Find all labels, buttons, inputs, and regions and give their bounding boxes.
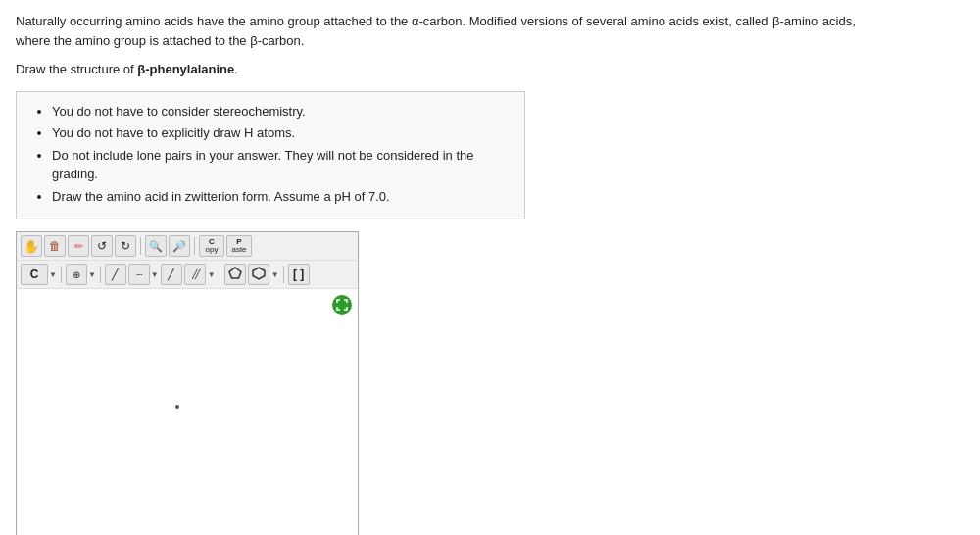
intro-text: Naturally occurring amino acids have the… [16,14,856,48]
chemdoodle-widget: ✋ 🗑 ✏ ↺ ↻ 🔍 🔎 C opy [16,231,359,535]
zoom-in-icon: 🔍 [149,240,163,253]
lasso-icon: ✋ [24,239,39,254]
chain-tool-dropdown[interactable]: ···· ▼ [128,264,159,285]
element-dropdown[interactable]: C ▼ [21,264,57,285]
toolbar-separator [140,237,141,255]
toolbar-separator-2 [194,237,195,255]
toolbar-separator-5 [220,266,220,283]
page-content: Naturally occurring amino acids have the… [0,0,882,535]
zoom-out-icon: 🔎 [172,240,186,253]
paste-label-bottom: aste [231,246,246,254]
clear-button[interactable]: 🗑 [44,235,66,257]
copy-label-bottom: opy [206,246,219,254]
single-bond-icon: ╱ [112,268,119,281]
chain-dropdown-arrow[interactable]: ▼ [151,270,159,279]
canvas-dot [175,405,179,409]
undo-button[interactable]: ↺ [91,235,113,257]
cyclohexane-icon [252,267,266,282]
svg-marker-1 [253,268,265,279]
hint-item: You do not have to explicitly draw H ato… [52,123,509,143]
hints-box: You do not have to consider stereochemis… [16,91,525,220]
hint-item: Do not include lone pairs in your answer… [52,146,509,184]
element-dropdown-arrow[interactable]: ▼ [49,270,57,279]
intro-paragraph: Naturally occurring amino acids have the… [16,12,866,50]
svg-marker-0 [229,268,241,278]
ring-cyclohexane-button[interactable] [248,264,270,285]
drawing-canvas[interactable] [17,289,358,535]
toolbar-separator-6 [283,266,284,283]
zoom-in-button[interactable]: 🔍 [145,235,167,257]
chain-tool-button[interactable]: ···· [128,264,150,285]
question-text: Draw the structure of β-phenylalanine. [16,60,866,79]
redo-button[interactable]: ↻ [115,235,136,257]
eraser-icon: ✏ [74,240,83,253]
question-compound: β-phenylalanine [137,62,234,76]
toolbar-row-2: C ▼ ⊕ ▼ ╱ ···· ▼ ╱ ╱╱ ▼ [17,261,358,289]
redo-icon: ↻ [121,239,130,253]
ring-dropdown[interactable]: ▼ [271,270,279,279]
copy-button[interactable]: C opy [199,235,224,257]
hint-item: You do not have to consider stereochemis… [52,102,509,122]
charge-tool-dropdown[interactable]: ⊕ ▼ [66,264,96,285]
toolbar-separator-4 [100,266,101,283]
dash-bond-icon: ╱╱ [192,269,198,279]
lasso-tool-button[interactable]: ✋ [21,235,42,257]
expand-canvas-button[interactable] [332,295,352,315]
toolbar-separator-3 [61,266,62,283]
bond-type-dropdown-arrow[interactable]: ▼ [208,270,216,279]
zoom-out-button[interactable]: 🔎 [169,235,190,257]
bracket-icon: [ ] [293,268,304,281]
bracket-button[interactable]: [ ] [288,264,310,285]
element-button[interactable]: C [21,264,48,285]
bond-single-button[interactable]: ╱ [105,264,126,285]
question-suffix: . [234,62,238,76]
charge-tool-button[interactable]: ⊕ [66,264,87,285]
hint-item: Draw the amino acid in zwitterion form. … [52,187,509,207]
cyclopentane-icon [228,267,242,282]
toolbar-row-1: ✋ 🗑 ✏ ↺ ↻ 🔍 🔎 C opy [17,232,358,261]
wedge-bond-icon: ╱ [168,268,174,281]
paste-button[interactable]: P aste [226,235,252,257]
bond-dash-button[interactable]: ╱╱ [184,264,206,285]
charge-dropdown-arrow[interactable]: ▼ [88,270,96,279]
hints-list: You do not have to consider stereochemis… [32,102,509,207]
erase-button[interactable]: ✏ [68,235,89,257]
bond-type-dropdown[interactable]: ▼ [208,270,216,279]
bond-wedge-button[interactable]: ╱ [161,264,182,285]
ring-cyclopentane-button[interactable] [224,264,246,285]
ring-dropdown-arrow[interactable]: ▼ [271,270,279,279]
clear-icon: 🗑 [49,239,61,253]
question-prefix: Draw the structure of [16,62,137,76]
undo-icon: ↺ [97,239,107,253]
